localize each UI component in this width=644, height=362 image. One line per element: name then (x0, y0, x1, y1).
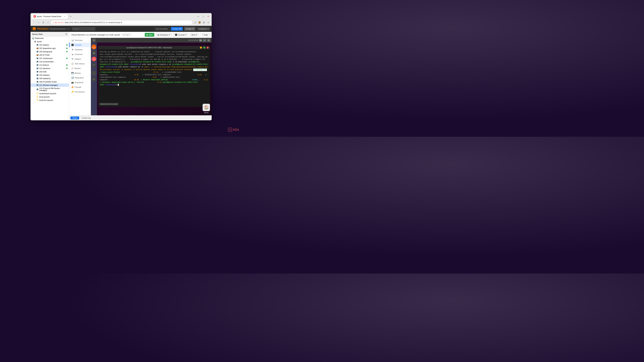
sidebar-item-local[interactable]: 🗄 local (ayush) (30, 95, 69, 98)
console-power-button[interactable]: ⏻ (207, 38, 210, 42)
terminal-minimize-button[interactable] (200, 46, 202, 49)
user-label: root@pam (198, 28, 207, 30)
brave-button[interactable]: 🦁 (198, 20, 202, 24)
appicon-1[interactable]: A (92, 57, 96, 61)
vm-icon-103: 💻 (36, 74, 38, 76)
sidebar-item-100[interactable]: 💻 100 (HA) (30, 70, 69, 73)
subnav-console[interactable]: ⬛ Console (69, 42, 91, 47)
address-bar[interactable]: ⚠ Not secure https://192.168.31.225:8006… (51, 20, 192, 25)
subnav-summary[interactable]: 📊 Summary (69, 38, 91, 42)
sidebar-item-114[interactable]: 💻 114 (trilium) (30, 63, 69, 67)
datacenter-label: Datacenter (35, 37, 44, 39)
appicon-3[interactable]: ↻ (92, 71, 96, 76)
home-desktop-icon[interactable]: 🏠 Home (202, 104, 210, 114)
sidebar-item-115[interactable]: 💻 115 (tandoor) (30, 67, 69, 70)
more-dropdown-icon: ▾ (196, 34, 197, 36)
subnav-backup[interactable]: 💾 Backup (69, 71, 91, 75)
back-button[interactable]: ‹ (32, 20, 36, 24)
subnav-taskhistory[interactable]: 📋 Task History (69, 61, 91, 66)
subnav-snapshots[interactable]: 📸 Snapshots (69, 80, 91, 85)
terminal-window[interactable]: ayush@ayush-Standard-PC-i440FX-PIIX-1996… (98, 46, 210, 107)
window-close-button[interactable]: ✕ (206, 14, 210, 18)
subnav-options[interactable]: ⚙ Options (69, 57, 91, 61)
sidebar-item-datacenter[interactable]: 🏢 Datacenter (30, 36, 69, 40)
subnav-replication[interactable]: 🔄 Replication (69, 75, 91, 80)
cluster-log-tab[interactable]: Cluster log (80, 116, 93, 119)
firefox-icon[interactable]: 🦊 (92, 44, 96, 49)
window-maximize-button[interactable]: □ (201, 14, 205, 18)
subnav-firewall[interactable]: 🔥 Firewall › (69, 85, 91, 89)
terminal-icon-sidebar[interactable]: ▮ (92, 51, 96, 55)
proxmox-env-text: Virtual Environment (50, 28, 66, 30)
subnav-permissions[interactable]: 🔑 Permissions (69, 89, 91, 94)
subnav-monitor[interactable]: 📈 Monitor (69, 66, 91, 71)
browser-window: P ayush - Proxmox Virtual Envir... × + —… (30, 13, 212, 120)
vm-label-103: 103 (debian) (39, 74, 50, 76)
sidebar-gear-icon[interactable]: ⚙ (65, 33, 67, 35)
content-panel: Virtual Machine 111 (Docker-manager) on … (69, 32, 212, 120)
console-keyboard-button[interactable]: ⌨ (199, 38, 202, 42)
options-icon: ⚙ (71, 58, 74, 60)
share-button[interactable]: ↗ (193, 20, 197, 24)
sidebar-item-108[interactable]: 💻 108 (TrueNAS-Scale) (30, 80, 69, 83)
window-minimize-button[interactable]: — (196, 14, 200, 18)
new-tab-button[interactable]: + (68, 14, 72, 18)
url-text: https://192.168.31.225:8006/#v1:0=qemu%2… (64, 21, 191, 23)
sidebar-item-ayush[interactable]: 🖥 ayush (30, 40, 69, 43)
subnav-hardware[interactable]: 🖥 Hardware (69, 47, 91, 52)
sidebar-item-112[interactable]: 💻 112 (Copy-of-VM-Docker-manager) (30, 87, 69, 92)
tab-close-button[interactable]: × (64, 15, 66, 17)
vm-icon-106: 💻 (36, 77, 38, 80)
summary-icon: 📊 (71, 39, 74, 41)
more-label: More (191, 34, 196, 36)
console-sound-button[interactable]: 🔊 (203, 38, 206, 42)
terminal-maximize-button[interactable] (203, 46, 205, 49)
vm-icon-115: 💻 (36, 67, 38, 69)
tags-badge[interactable]: No Tags ✏ (122, 33, 132, 36)
sidebar-item-106[interactable]: 💻 106 (debian2) (30, 77, 69, 80)
sidebar-item-107[interactable]: 💻 107 (motioneye) (30, 57, 69, 60)
shutdown-button[interactable]: ⏻ Shutdown ▾ (156, 33, 172, 37)
console-area: ⚙ Oct 13 06:36 ⌨ 🔊 ⏻ (91, 38, 212, 115)
terminal-content[interactable]: Setting up docker-ce (5:27.3.1-1ubuntu24… (98, 49, 210, 107)
sidebar-item-104[interactable]: 💻 104 (wireguard) (30, 50, 69, 53)
replication-label: Replication (75, 77, 84, 79)
vm-icon-111: 💻 (36, 84, 38, 86)
browser-tab[interactable]: P ayush - Proxmox Virtual Envir... × (32, 14, 68, 19)
terminal-area[interactable]: 🦊 ▮ A ? (91, 42, 212, 115)
tasks-tab[interactable]: Tasks (70, 116, 79, 119)
subnav-cloudinit[interactable]: ☁ Cloud-Init (69, 52, 91, 57)
sidebar-item-103[interactable]: 💻 103 (debian) (30, 73, 69, 77)
sidebar-item-localnetwork[interactable]: 🗄 localnetwork (ayush) (30, 92, 69, 95)
terminal-close-button[interactable] (206, 46, 209, 49)
create-vm-button[interactable]: Create VM (171, 27, 183, 31)
console-button[interactable]: ⬛ Console ▾ (173, 33, 188, 37)
user-menu[interactable]: root@pam ▾ (197, 27, 210, 31)
firewall-label: Firewall (75, 86, 81, 88)
vm-icon-107: 💻 (36, 57, 38, 59)
server-label: ayush (37, 40, 42, 42)
sidebar-item-110[interactable]: 💻 110 (zoneminder) (30, 60, 69, 63)
sidebar-item-101[interactable]: 💻 101 (dashy) (30, 43, 69, 46)
bookmark-button[interactable]: ☆ (46, 20, 50, 24)
console-settings-button[interactable]: ⚙ (92, 38, 96, 42)
appicon-4[interactable]: ⚙ (92, 77, 96, 82)
help-button[interactable]: ? Help (200, 33, 210, 37)
vm-label-100: 100 (HA) (39, 71, 46, 73)
appicon-2[interactable]: ? (92, 63, 96, 67)
sidebar-item-105[interactable]: 📦 105 (CT105) (30, 53, 69, 57)
sidebar-item-102[interactable]: 📦 102 (paperless-ngx) (30, 46, 69, 50)
search-input[interactable] (72, 27, 95, 30)
hardware-icon: 🖥 (71, 48, 74, 51)
create-ct-button[interactable]: Create CT (184, 27, 196, 31)
sidebar-item-111[interactable]: 💻 111 (Docker-manager) (30, 83, 69, 87)
more-button[interactable]: More ▾ (190, 33, 199, 37)
sidebar-item-local-lvm[interactable]: 🗄 local-lvm (ayush) (30, 98, 69, 102)
replication-icon: 🔄 (71, 77, 74, 79)
refresh-button[interactable]: ↺ (41, 20, 45, 24)
forward-button[interactable]: › (36, 20, 40, 24)
documentation-button[interactable]: Documentation (154, 27, 170, 31)
start-button[interactable]: ▶ Start (145, 33, 154, 37)
extensions-button[interactable]: ⚙ (202, 20, 206, 24)
browser-menu-button[interactable]: ≡ (206, 20, 210, 24)
